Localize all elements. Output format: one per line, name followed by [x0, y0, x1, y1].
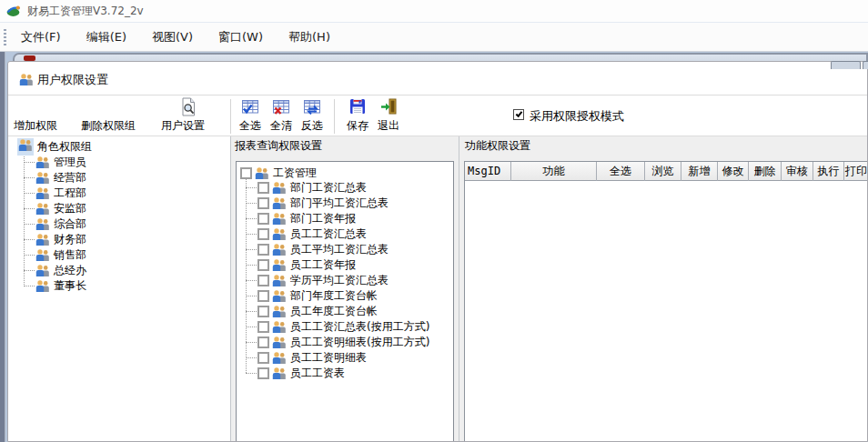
report-tree-item[interactable]: 部门平均工资汇总表 — [246, 196, 389, 211]
report-tree-item[interactable]: 部门工资汇总表 — [246, 180, 367, 196]
door-arrow-icon — [380, 98, 397, 115]
user-settings-button[interactable]: 用户设置 — [161, 118, 205, 134]
menu-file[interactable]: 文件(F) — [12, 25, 70, 49]
report-tree-item[interactable]: 员工工资年报 — [246, 257, 356, 273]
report-tree-item[interactable]: 员工平均工资汇总表 — [246, 242, 389, 257]
report-tree-item[interactable]: 学历平均工资汇总表 — [246, 273, 389, 288]
role-tree-item[interactable]: 综合部 — [24, 216, 86, 232]
tree-connector — [246, 373, 257, 374]
report-item-checkbox[interactable] — [257, 244, 269, 256]
panel-splitter[interactable] — [230, 136, 231, 442]
auth-mode-label: 采用权限授权模式 — [530, 108, 624, 125]
grid-column-header[interactable]: MsgID — [465, 162, 511, 181]
role-tree-item[interactable]: 总经办 — [24, 263, 86, 278]
select-all-button[interactable]: 全选 — [239, 118, 261, 134]
report-item-checkbox[interactable] — [257, 337, 269, 348]
grid-column-header[interactable]: 审核 — [782, 162, 813, 181]
report-tree-item[interactable]: 员工年度工资台帐 — [246, 304, 378, 319]
report-tree-root[interactable]: 工资管理 — [240, 166, 317, 181]
report-item-checkbox[interactable] — [257, 290, 269, 302]
report-item-checkbox[interactable] — [257, 321, 269, 333]
menu-window[interactable]: 窗口(W) — [209, 25, 272, 49]
menu-grip-handle[interactable] — [4, 29, 6, 45]
two-users-icon — [35, 172, 50, 185]
report-tree-item[interactable]: 员工工资汇总表(按用工方式) — [246, 319, 429, 335]
tree-connector — [246, 357, 257, 358]
app-icon — [6, 4, 21, 18]
report-item-checkbox[interactable] — [257, 367, 269, 379]
invert-selection-button[interactable]: 反选 — [301, 118, 323, 134]
background-window-button[interactable] — [831, 61, 861, 69]
report-item-checkbox[interactable] — [257, 197, 269, 209]
role-tree-item[interactable]: 管理员 — [24, 155, 86, 170]
two-users-icon — [18, 139, 33, 152]
role-tree-item[interactable]: 经营部 — [24, 170, 86, 186]
menu-view[interactable]: 视图(V) — [143, 25, 202, 49]
grid-column-header[interactable]: 删除 — [749, 162, 782, 181]
add-permission-button[interactable]: 增加权限 — [14, 118, 57, 134]
exit-button[interactable]: 退出 — [378, 118, 399, 134]
report-tree-item[interactable]: 部门年度工资台帐 — [246, 288, 378, 304]
grid-column-header[interactable]: 打印 — [844, 162, 868, 181]
role-tree-item[interactable]: 财务部 — [24, 232, 86, 247]
grid-column-header[interactable]: 全选 — [597, 162, 645, 181]
report-tree-item[interactable]: 员工工资表 — [246, 366, 345, 381]
tree-connector — [246, 187, 257, 188]
report-item-checkbox[interactable] — [257, 352, 269, 364]
report-tree-item[interactable]: 部门工资年报 — [246, 211, 356, 226]
tree-connector — [24, 239, 35, 240]
role-tree-item[interactable]: 董事长 — [24, 278, 86, 294]
delete-permission-group-button[interactable]: 删除权限组 — [81, 118, 136, 134]
tree-connector — [246, 234, 257, 235]
report-item-checkbox[interactable] — [257, 182, 269, 194]
role-tree-item[interactable]: 销售部 — [24, 247, 86, 263]
menu-edit[interactable]: 编辑(E) — [77, 25, 136, 49]
grid-column-header[interactable]: 执行 — [813, 162, 844, 181]
two-users-icon — [272, 290, 287, 303]
role-tree-root[interactable]: 角色权限组 — [17, 139, 92, 155]
grid-column-header[interactable]: 浏览 — [645, 162, 681, 181]
report-item-checkbox[interactable] — [257, 275, 269, 286]
two-users-icon — [255, 167, 269, 180]
grid-column-header[interactable]: 修改 — [718, 162, 749, 181]
grid-column-header[interactable]: 新增 — [681, 162, 718, 181]
report-root-checkbox[interactable] — [240, 167, 252, 179]
tree-connector — [246, 326, 257, 327]
panel-splitter[interactable] — [459, 136, 459, 442]
two-users-icon — [35, 218, 50, 231]
two-users-icon — [35, 203, 50, 216]
dialog-title: 用户权限设置 — [37, 72, 108, 88]
save-button[interactable]: 保存 — [347, 118, 368, 134]
two-users-icon — [272, 197, 287, 210]
grid-cross-icon — [272, 99, 290, 115]
grid-column-header[interactable]: 功能 — [511, 162, 597, 181]
report-tree-item[interactable]: 员工工资明细表 — [246, 350, 367, 366]
report-item-checkbox[interactable] — [257, 228, 269, 240]
background-window-button[interactable] — [863, 61, 868, 69]
tree-connector — [246, 265, 257, 266]
auth-mode-checkbox[interactable] — [513, 109, 524, 120]
report-tree-item[interactable]: 员工工资明细表(按用工方式) — [246, 335, 429, 350]
toolbar-separator — [230, 99, 231, 134]
function-grid: MsgID 功能 全选 浏览 新增 修改 删除 审核 执行 打印 — [464, 161, 868, 442]
menu-help[interactable]: 帮助(H) — [279, 25, 339, 49]
checkmark-icon — [516, 110, 523, 117]
dialog-users-icon — [19, 74, 34, 86]
toolbar-separator — [334, 99, 335, 134]
two-users-icon — [272, 182, 287, 195]
tree-connector — [246, 280, 257, 281]
permission-dialog: 用户权限设置 增加权限 删除权限组 用户设置 全选 全清 反选 保存 退出 采用… — [7, 61, 868, 442]
clear-all-button[interactable]: 全清 — [270, 118, 292, 134]
function-grid-body — [465, 181, 868, 442]
app-title: 财易工资管理V3.72_2v — [27, 4, 144, 19]
report-item-checkbox[interactable] — [257, 259, 269, 271]
role-tree-item[interactable]: 安监部 — [24, 201, 86, 216]
report-tree-item[interactable]: 员工工资汇总表 — [246, 226, 367, 242]
two-users-icon — [35, 187, 50, 200]
role-tree-item[interactable]: 工程部 — [24, 186, 86, 201]
two-users-icon — [272, 244, 287, 256]
report-item-checkbox[interactable] — [257, 306, 269, 317]
tree-connector — [24, 193, 35, 194]
two-users-icon — [272, 275, 287, 287]
report-item-checkbox[interactable] — [257, 213, 269, 225]
